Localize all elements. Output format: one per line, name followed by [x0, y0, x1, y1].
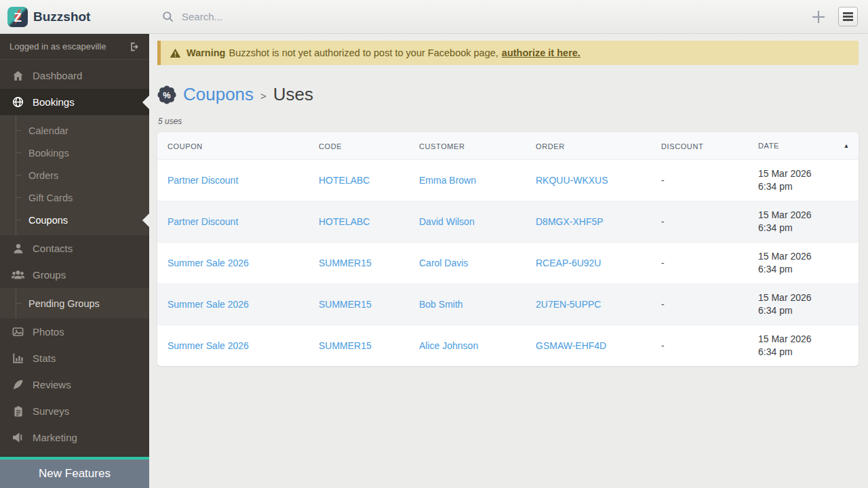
warning-title: Warning — [186, 47, 225, 58]
order-link[interactable]: D8MGX-XHF5P — [536, 216, 604, 227]
uses-count: 5 uses — [158, 117, 859, 126]
search-input[interactable] — [182, 11, 467, 22]
sidebar-item-marketing[interactable]: Marketing — [0, 424, 149, 451]
customer-link[interactable]: Bob Smith — [419, 299, 463, 310]
submenu-item-pending-groups[interactable]: Pending Groups — [0, 292, 149, 314]
bookings-submenu: Calendar Bookings Orders Gift Cards Coup… — [0, 115, 149, 235]
new-features-button[interactable]: New Features — [0, 457, 149, 488]
customer-link[interactable]: Alice Johnson — [419, 340, 478, 351]
order-link[interactable]: 2U7EN-5UPPC — [536, 299, 601, 310]
sidebar-item-label: Bookings — [33, 96, 75, 108]
col-header-order[interactable]: ORDER — [526, 132, 651, 160]
discount-value: - — [651, 325, 748, 367]
sidebar: Logged in as escapeville Dashboard Booki… — [0, 34, 149, 488]
sidebar-item-label: Surveys — [33, 405, 69, 417]
percent-badge-icon: % — [157, 85, 176, 104]
order-link[interactable]: RKQUU-WKXUS — [536, 175, 608, 186]
customer-link[interactable]: David Wilson — [419, 216, 475, 227]
sidebar-item-label: Groups — [33, 269, 66, 281]
submenu-item-gift-cards[interactable]: Gift Cards — [0, 186, 149, 209]
sidebar-item-contacts[interactable]: Contacts — [0, 235, 149, 262]
customer-link[interactable]: Carol Davis — [419, 258, 468, 268]
code-link[interactable]: SUMMER15 — [319, 340, 372, 351]
globe-icon — [11, 96, 25, 108]
main-content: Warning Buzzshot is not yet authorized t… — [149, 34, 868, 366]
coupon-link[interactable]: Summer Sale 2026 — [167, 340, 249, 351]
buzzshot-logo-icon: Z — [7, 7, 28, 27]
code-link[interactable]: HOTELABC — [319, 175, 370, 186]
table-row: Partner Discount HOTELABC David Wilson D… — [157, 201, 859, 243]
table-row: Summer Sale 2026 SUMMER15 Alice Johnson … — [157, 325, 859, 367]
date-cell: 15 Mar 2026 6:34 pm — [748, 160, 859, 201]
discount-value: - — [651, 160, 748, 201]
topbar-actions — [810, 7, 868, 26]
submenu-item-coupons[interactable]: Coupons — [0, 209, 149, 231]
coupon-uses-table: COUPON CODE CUSTOMER ORDER DISCOUNT DATE… — [157, 132, 859, 366]
photo-icon — [11, 325, 25, 338]
col-header-customer[interactable]: CUSTOMER — [409, 132, 526, 160]
discount-value: - — [651, 243, 748, 284]
coupon-link[interactable]: Summer Sale 2026 — [167, 258, 249, 268]
coupon-link[interactable]: Summer Sale 2026 — [167, 299, 249, 310]
logout-button[interactable] — [129, 41, 140, 52]
bar-chart-icon — [11, 352, 25, 365]
page-header: % Coupons > Uses — [157, 84, 859, 105]
plus-icon — [810, 9, 827, 25]
customer-link[interactable]: Emma Brown — [419, 175, 476, 186]
sort-asc-icon[interactable]: ▲ — [843, 142, 859, 150]
menu-button[interactable] — [838, 7, 858, 26]
clipboard-icon — [11, 405, 25, 418]
brand-name: Buzzshot — [33, 9, 90, 24]
authorize-link[interactable]: authorize it here. — [502, 47, 580, 58]
col-header-date[interactable]: DATE ▲ — [748, 132, 859, 160]
coupon-link[interactable]: Partner Discount — [167, 175, 238, 186]
login-bar: Logged in as escapeville — [0, 34, 149, 60]
sidebar-item-label: Stats — [33, 352, 56, 364]
table-row: Summer Sale 2026 SUMMER15 Bob Smith 2U7E… — [157, 284, 859, 325]
sidebar-item-label: Dashboard — [33, 70, 82, 81]
sidebar-item-surveys[interactable]: Surveys — [0, 398, 149, 424]
discount-value: - — [651, 201, 748, 243]
megaphone-icon — [11, 431, 25, 444]
warning-banner: Warning Buzzshot is not yet authorized t… — [157, 41, 859, 65]
search-icon — [161, 10, 174, 23]
col-header-coupon[interactable]: COUPON — [157, 132, 309, 160]
svg-text:%: % — [163, 89, 171, 100]
code-link[interactable]: SUMMER15 — [319, 299, 372, 310]
code-link[interactable]: SUMMER15 — [319, 258, 372, 268]
app-logo: Z Buzzshot — [0, 7, 149, 27]
sidebar-item-bookings[interactable]: Bookings — [0, 89, 149, 115]
sidebar-item-photos[interactable]: Photos — [0, 319, 149, 345]
svg-text:Z: Z — [14, 10, 22, 24]
sidebar-item-label: Reviews — [33, 379, 71, 390]
sidebar-item-label: Marketing — [33, 432, 77, 443]
code-link[interactable]: HOTELABC — [319, 216, 370, 227]
coupon-uses-card: COUPON CODE CUSTOMER ORDER DISCOUNT DATE… — [157, 132, 859, 366]
sidebar-item-label: Photos — [33, 326, 64, 338]
order-link[interactable]: RCEAP-6U92U — [536, 258, 601, 268]
discount-value: - — [651, 284, 748, 325]
submenu-item-orders[interactable]: Orders — [0, 164, 149, 186]
sidebar-item-label: Contacts — [33, 243, 73, 254]
sidebar-item-stats[interactable]: Stats — [0, 345, 149, 371]
col-header-discount[interactable]: DISCOUNT — [651, 132, 748, 160]
submenu-item-calendar[interactable]: Calendar — [0, 119, 149, 142]
sidebar-nav: Dashboard Bookings Calendar Bookings Ord… — [0, 60, 149, 451]
sidebar-item-groups[interactable]: Groups — [0, 262, 149, 288]
date-cell: 15 Mar 2026 6:34 pm — [748, 201, 859, 243]
breadcrumb-coupons-link[interactable]: Coupons — [183, 84, 254, 105]
date-cell: 15 Mar 2026 6:34 pm — [748, 325, 859, 367]
logged-in-text: Logged in as escapeville — [9, 41, 106, 52]
order-link[interactable]: GSMAW-EHF4D — [536, 340, 606, 351]
topbar: Z Buzzshot — [0, 0, 868, 34]
coupon-link[interactable]: Partner Discount — [167, 216, 238, 227]
warning-icon — [170, 47, 181, 59]
submenu-item-bookings[interactable]: Bookings — [0, 142, 149, 164]
hamburger-icon — [843, 12, 853, 21]
add-button[interactable] — [810, 9, 827, 25]
breadcrumb-separator: > — [260, 88, 267, 102]
sidebar-item-reviews[interactable]: Reviews — [0, 371, 149, 398]
table-header-row: COUPON CODE CUSTOMER ORDER DISCOUNT DATE… — [157, 132, 859, 160]
sidebar-item-dashboard[interactable]: Dashboard — [0, 62, 149, 89]
col-header-code[interactable]: CODE — [309, 132, 409, 160]
